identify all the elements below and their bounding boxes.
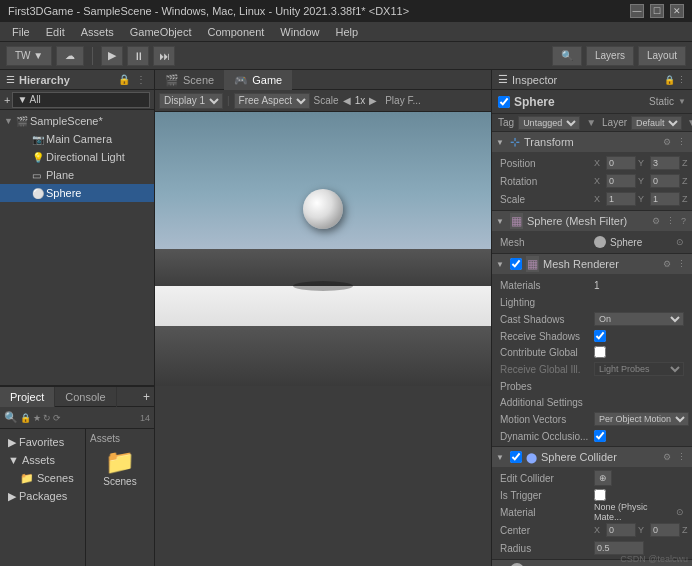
hierarchy-add-btn[interactable]: + — [4, 94, 10, 106]
meshrenderer-settings-icon[interactable]: ⚙ — [661, 259, 673, 269]
cloud-button[interactable]: ☁ — [56, 46, 84, 66]
scale-y-input[interactable] — [650, 192, 680, 206]
tab-scene[interactable]: 🎬 Scene — [155, 70, 224, 90]
scene-view-canvas — [155, 112, 491, 386]
menu-assets[interactable]: Assets — [73, 22, 122, 42]
radius-input[interactable] — [594, 541, 644, 555]
hierarchy-lock-icon[interactable]: 🔒 — [116, 74, 132, 85]
rot-x-input[interactable] — [606, 174, 636, 188]
maximize-button[interactable]: ☐ — [650, 4, 664, 18]
menu-gameobject[interactable]: GameObject — [122, 22, 200, 42]
meshrenderer-component: ▼ ▦ Mesh Renderer ⚙ ⋮ Materials 1 — [492, 254, 692, 447]
mesh-pick-icon[interactable]: ⊙ — [676, 237, 684, 247]
center-x-input[interactable] — [606, 523, 636, 537]
meshfilter-info-icon[interactable]: ? — [679, 216, 688, 226]
transform-header[interactable]: ▼ ⊹ Transform ⚙ ⋮ — [492, 132, 692, 152]
aspect-select[interactable]: Free Aspect — [234, 93, 310, 109]
scale-x-input[interactable] — [606, 192, 636, 206]
scale-arrow-right[interactable]: ▶ — [369, 95, 377, 106]
assets-history-icon[interactable]: ⟳ — [53, 413, 61, 423]
hierarchy-menu-icon[interactable]: ⋮ — [134, 74, 148, 85]
rot-y-input[interactable] — [650, 174, 680, 188]
assets-refresh-icon[interactable]: ↻ — [43, 413, 51, 423]
project-add-btn[interactable]: + — [143, 390, 150, 404]
meshrenderer-more-icon[interactable]: ⋮ — [675, 259, 688, 269]
pause-button[interactable]: ⏸ — [127, 46, 149, 66]
meshrenderer-enabled-checkbox[interactable] — [510, 258, 522, 270]
meshfilter-header[interactable]: ▼ ▦ Sphere (Mesh Filter) ⚙ ⋮ ? — [492, 211, 692, 231]
dynamic-occlusion-row: Dynamic Occlusio... — [492, 428, 692, 444]
play-button[interactable]: ▶ — [101, 46, 123, 66]
transform-settings-icon[interactable]: ⚙ — [661, 137, 673, 147]
layer-select[interactable]: Default — [631, 116, 682, 130]
center-y-input[interactable] — [650, 523, 680, 537]
transform-more-icon[interactable]: ⋮ — [675, 137, 688, 147]
scenes-label: Scenes — [37, 472, 74, 484]
hierarchy-item-plane[interactable]: ▭ Plane — [0, 166, 154, 184]
hierarchy-search-input[interactable] — [12, 92, 150, 108]
object-active-checkbox[interactable] — [498, 96, 510, 108]
hierarchy-item-maincamera[interactable]: 📷 Main Camera — [0, 130, 154, 148]
assets-search-icon[interactable]: 🔍 — [4, 411, 18, 424]
hierarchy-item-directionallight[interactable]: 💡 Directional Light — [0, 148, 154, 166]
pos-y-input[interactable] — [650, 156, 680, 170]
lighting-section-label: Lighting — [492, 294, 692, 310]
menu-edit[interactable]: Edit — [38, 22, 73, 42]
menu-component[interactable]: Component — [199, 22, 272, 42]
motion-vectors-row: Motion Vectors Per Object Motion — [492, 410, 692, 428]
scenes-folder[interactable]: 📁 Scenes — [90, 448, 150, 487]
inspector-icon: ☰ — [498, 73, 508, 86]
sidebar-packages[interactable]: ▶ Packages — [4, 487, 81, 505]
receive-shadows-checkbox[interactable] — [594, 330, 606, 342]
hierarchy-item-sphere[interactable]: ⚪ Sphere — [0, 184, 154, 202]
layout-button[interactable]: Layout — [638, 46, 686, 66]
tag-select[interactable]: Untagged — [518, 116, 580, 130]
sidebar-favorites[interactable]: ▶ Favorites — [4, 433, 81, 451]
contribute-global-checkbox[interactable] — [594, 346, 606, 358]
account-button[interactable]: TW ▼ — [6, 46, 52, 66]
menu-window[interactable]: Window — [272, 22, 327, 42]
tab-project[interactable]: Project — [0, 387, 55, 407]
collider-material-pick-icon[interactable]: ⊙ — [676, 507, 684, 517]
bottom-center-panel — [155, 386, 491, 566]
close-button[interactable]: ✕ — [670, 4, 684, 18]
tab-console[interactable]: Console — [55, 387, 116, 407]
hierarchy-icon: ☰ — [6, 74, 15, 85]
minimize-button[interactable]: — — [630, 4, 644, 18]
menu-help[interactable]: Help — [327, 22, 366, 42]
contribute-global-row: Contribute Global — [492, 344, 692, 360]
meshrenderer-header[interactable]: ▼ ▦ Mesh Renderer ⚙ ⋮ — [492, 254, 692, 274]
search-button[interactable]: 🔍 — [552, 46, 582, 66]
spherecollider-more-icon[interactable]: ⋮ — [675, 452, 688, 462]
scale-arrow-left[interactable]: ◀ — [343, 95, 351, 106]
is-trigger-checkbox[interactable] — [594, 489, 606, 501]
probes-section-label: Probes — [492, 378, 692, 394]
assets-lock-icon[interactable]: 🔒 — [20, 413, 31, 423]
scene-game-tabbar: 🎬 Scene 🎮 Game — [155, 70, 491, 90]
sidebar-assets[interactable]: ▼ Assets — [4, 451, 81, 469]
layers-button[interactable]: Layers — [586, 46, 634, 66]
spherecollider-settings-icon[interactable]: ⚙ — [661, 452, 673, 462]
receive-global-select[interactable]: Light Probes — [594, 362, 684, 376]
static-dropdown-icon[interactable]: ▼ — [678, 97, 686, 106]
dynamic-occlusion-checkbox[interactable] — [594, 430, 606, 442]
hierarchy-item-samplescene[interactable]: ▼ 🎬 SampleScene* — [0, 112, 154, 130]
receive-global-row: Receive Global Ill. Light Probes — [492, 360, 692, 378]
spherecollider-enabled-checkbox[interactable] — [510, 451, 522, 463]
cast-shadows-select[interactable]: On — [594, 312, 684, 326]
meshfilter-more-icon[interactable]: ⋮ — [664, 216, 677, 226]
motion-vectors-select[interactable]: Per Object Motion — [594, 412, 689, 426]
menu-file[interactable]: File — [4, 22, 38, 42]
display-select[interactable]: Display 1 — [159, 93, 223, 109]
spherecollider-header[interactable]: ▼ ⬤ Sphere Collider ⚙ ⋮ — [492, 447, 692, 467]
assets-star-icon[interactable]: ★ — [33, 413, 41, 423]
inspector-lock-icon[interactable]: 🔒 — [664, 75, 675, 85]
sidebar-scenes[interactable]: 📁 Scenes — [4, 469, 81, 487]
pos-x-input[interactable] — [606, 156, 636, 170]
inspector-menu-icon[interactable]: ⋮ — [677, 75, 686, 85]
tab-game[interactable]: 🎮 Game — [224, 70, 292, 90]
edit-collider-button[interactable]: ⊕ — [594, 470, 612, 486]
meshfilter-settings-icon[interactable]: ⚙ — [650, 216, 662, 226]
receive-shadows-row: Receive Shadows — [492, 328, 692, 344]
step-button[interactable]: ⏭ — [153, 46, 175, 66]
